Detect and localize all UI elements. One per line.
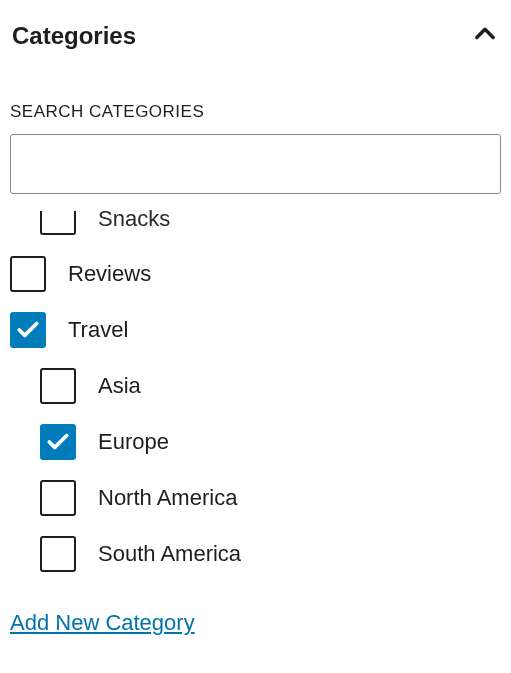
category-checkbox-south-america[interactable] [40, 536, 76, 572]
category-checkbox-europe[interactable] [40, 424, 76, 460]
panel-title: Categories [12, 22, 136, 50]
category-label[interactable]: Asia [98, 373, 141, 399]
category-checkbox-travel[interactable] [10, 312, 46, 348]
category-label[interactable]: North America [98, 485, 237, 511]
category-label[interactable]: South America [98, 541, 241, 567]
search-categories-input[interactable] [10, 134, 501, 194]
category-list: Snacks Reviews Travel Asia Europe North … [10, 200, 501, 582]
list-item: Reviews [10, 246, 501, 302]
category-checkbox-snacks[interactable] [40, 211, 76, 235]
list-item: Travel [10, 302, 501, 358]
add-new-category-link[interactable]: Add New Category [10, 610, 195, 636]
list-item: Snacks [10, 200, 501, 246]
search-categories-label: SEARCH CATEGORIES [10, 102, 501, 122]
category-checkbox-asia[interactable] [40, 368, 76, 404]
category-checkbox-north-america[interactable] [40, 480, 76, 516]
list-item: Europe [10, 414, 501, 470]
category-label[interactable]: Travel [68, 317, 128, 343]
chevron-up-icon [471, 20, 499, 52]
category-label[interactable]: Reviews [68, 261, 151, 287]
category-label[interactable]: Snacks [98, 206, 170, 232]
categories-panel-toggle[interactable]: Categories [10, 20, 501, 52]
category-label[interactable]: Europe [98, 429, 169, 455]
list-item: Asia [10, 358, 501, 414]
list-item: North America [10, 470, 501, 526]
category-checkbox-reviews[interactable] [10, 256, 46, 292]
list-item: South America [10, 526, 501, 582]
